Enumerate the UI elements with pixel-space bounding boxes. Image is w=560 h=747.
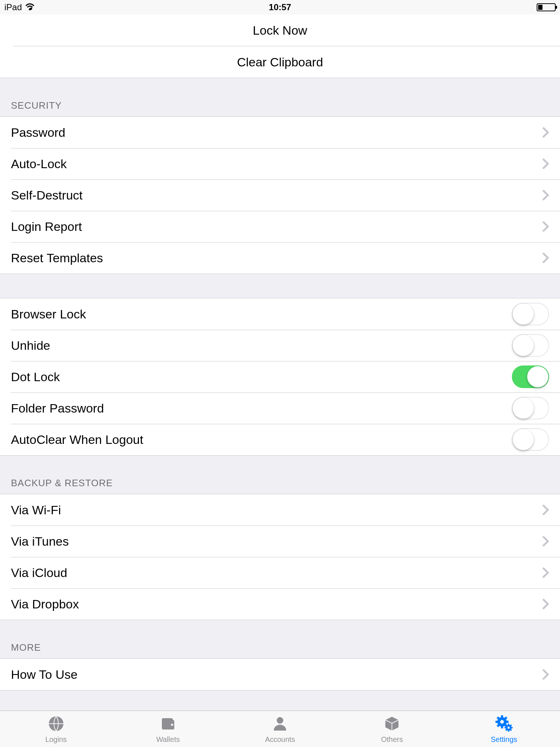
- svg-rect-9: [495, 721, 498, 723]
- svg-point-15: [500, 720, 504, 724]
- box-icon: [383, 715, 401, 735]
- battery-icon: [537, 3, 556, 11]
- lock-now-label: Lock Now: [253, 23, 307, 38]
- auto-lock-row[interactable]: Auto-Lock: [0, 148, 560, 179]
- unhide-row: Unhide: [0, 330, 560, 361]
- via-itunes-label: Via iTunes: [11, 534, 542, 549]
- tab-settings[interactable]: Settings: [448, 711, 560, 747]
- folder-password-row: Folder Password: [0, 392, 560, 424]
- dot-lock-label: Dot Lock: [11, 370, 512, 384]
- svg-rect-19: [505, 727, 506, 728]
- via-icloud-row[interactable]: Via iCloud: [0, 557, 560, 588]
- svg-rect-20: [511, 727, 513, 728]
- via-itunes-row[interactable]: Via iTunes: [0, 526, 560, 557]
- gear-icon: [495, 715, 513, 735]
- security-group: Password Auto-Lock Self-Destruct Login R…: [0, 116, 560, 274]
- clear-clipboard-label: Clear Clipboard: [237, 55, 323, 69]
- chevron-right-icon: [542, 504, 549, 516]
- login-report-row[interactable]: Login Report: [0, 211, 560, 242]
- chevron-right-icon: [542, 252, 549, 264]
- autoclear-toggle[interactable]: [512, 428, 549, 451]
- chevron-right-icon: [542, 126, 549, 139]
- chevron-right-icon: [542, 220, 549, 233]
- chevron-right-icon: [542, 189, 549, 201]
- auto-lock-label: Auto-Lock: [11, 157, 542, 171]
- tab-others[interactable]: Others: [336, 711, 448, 747]
- via-icloud-label: Via iCloud: [11, 566, 542, 580]
- status-right: [537, 3, 556, 11]
- tab-accounts-label: Accounts: [265, 735, 295, 744]
- tab-accounts[interactable]: Accounts: [224, 711, 336, 747]
- unhide-label: Unhide: [11, 338, 512, 353]
- svg-point-0: [29, 8, 31, 10]
- tab-logins-label: Logins: [45, 735, 67, 744]
- screen: iPad 10:57 Lock Now Clear Clipboard SECU…: [0, 0, 560, 747]
- chevron-right-icon: [542, 598, 549, 610]
- device-label: iPad: [4, 2, 22, 12]
- via-wifi-row[interactable]: Via Wi-Fi: [0, 494, 560, 526]
- autoclear-label: AutoClear When Logout: [11, 433, 512, 447]
- globe-icon: [47, 715, 65, 735]
- via-dropbox-label: Via Dropbox: [11, 597, 542, 611]
- svg-point-4: [171, 724, 173, 726]
- section-header-backup: BACKUP & RESTORE: [0, 456, 560, 494]
- self-destruct-label: Self-Destruct: [11, 188, 542, 202]
- section-header-security: SECURITY: [0, 78, 560, 116]
- browser-lock-toggle[interactable]: [512, 303, 549, 325]
- wallet-icon: [159, 715, 177, 735]
- tab-others-label: Others: [381, 735, 403, 744]
- toggles-group: Browser Lock Unhide Dot Lock Folder Pass…: [0, 298, 560, 456]
- chevron-right-icon: [542, 158, 549, 170]
- svg-point-25: [508, 727, 510, 729]
- folder-password-toggle[interactable]: [512, 397, 549, 419]
- chevron-right-icon: [542, 566, 549, 579]
- login-report-label: Login Report: [11, 220, 542, 234]
- via-dropbox-row[interactable]: Via Dropbox: [0, 588, 560, 620]
- svg-rect-18: [508, 730, 509, 732]
- folder-password-label: Folder Password: [11, 401, 512, 415]
- status-time: 10:57: [269, 2, 291, 12]
- chevron-right-icon: [542, 535, 549, 547]
- browser-lock-label: Browser Lock: [11, 307, 512, 321]
- wifi-icon: [25, 2, 35, 12]
- tab-settings-label: Settings: [491, 735, 517, 744]
- lock-now-button[interactable]: Lock Now: [0, 15, 560, 46]
- self-destruct-row[interactable]: Self-Destruct: [0, 179, 560, 211]
- password-row[interactable]: Password: [0, 117, 560, 148]
- status-left: iPad: [4, 2, 35, 12]
- svg-rect-8: [501, 725, 503, 728]
- password-label: Password: [11, 125, 542, 140]
- top-actions-group: Lock Now Clear Clipboard: [0, 15, 560, 78]
- svg-rect-17: [508, 724, 509, 725]
- content: Lock Now Clear Clipboard SECURITY Passwo…: [0, 15, 560, 711]
- tab-bar: Logins Wallets Accounts Others: [0, 711, 560, 747]
- svg-rect-10: [506, 721, 509, 723]
- clear-clipboard-button[interactable]: Clear Clipboard: [0, 46, 560, 78]
- svg-point-5: [277, 717, 283, 724]
- autoclear-row: AutoClear When Logout: [0, 424, 560, 455]
- reset-templates-row[interactable]: Reset Templates: [0, 242, 560, 274]
- svg-rect-7: [501, 715, 503, 718]
- section-header-more: MORE: [0, 620, 560, 658]
- dot-lock-row: Dot Lock: [0, 361, 560, 392]
- dot-lock-toggle[interactable]: [512, 365, 549, 388]
- tab-wallets-label: Wallets: [156, 735, 180, 744]
- how-to-use-label: How To Use: [11, 667, 542, 682]
- backup-group: Via Wi-Fi Via iTunes Via iCloud Via Drop…: [0, 494, 560, 620]
- tab-logins[interactable]: Logins: [0, 711, 112, 747]
- how-to-use-row[interactable]: How To Use: [0, 659, 560, 690]
- tab-wallets[interactable]: Wallets: [112, 711, 224, 747]
- svg-rect-3: [162, 718, 173, 722]
- reset-templates-label: Reset Templates: [11, 251, 542, 265]
- via-wifi-label: Via Wi-Fi: [11, 503, 542, 517]
- person-icon: [271, 715, 289, 735]
- status-bar: iPad 10:57: [0, 0, 560, 15]
- chevron-right-icon: [542, 668, 549, 681]
- more-group: How To Use: [0, 658, 560, 690]
- browser-lock-row: Browser Lock: [0, 298, 560, 330]
- unhide-toggle[interactable]: [512, 334, 549, 357]
